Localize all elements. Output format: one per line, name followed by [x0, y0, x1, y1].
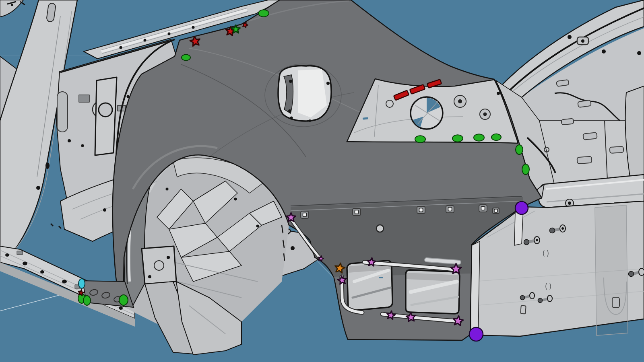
marker-point-purple-2[interactable] [469, 327, 483, 341]
marker-grommet-green-2[interactable] [182, 55, 190, 61]
marker-grommet-green-7[interactable] [516, 145, 523, 154]
wheel-arch-bracket [142, 246, 176, 284]
marker-grommet-green-8[interactable] [522, 164, 529, 175]
cad-3d-viewport[interactable] [0, 0, 644, 362]
marker-point-purple-1[interactable] [515, 202, 528, 214]
marker-grommet-green-4[interactable] [452, 135, 463, 142]
marker-point-cyan-1[interactable] [78, 279, 85, 288]
marker-grommet-green-1[interactable] [258, 10, 269, 17]
trunk-channel [595, 205, 628, 335]
marker-grommet-green-3[interactable] [415, 136, 425, 143]
quarter-window-cutout [347, 79, 518, 143]
marker-grommet-green-10[interactable] [83, 296, 91, 305]
marker-grommet-green-11[interactable] [119, 295, 128, 305]
lower-back-panel-window-1 [347, 261, 392, 311]
marker-grommet-green-6[interactable] [491, 134, 501, 140]
marker-grommet-green-5[interactable] [474, 134, 484, 141]
lower-back-panel-window-2 [406, 270, 460, 314]
